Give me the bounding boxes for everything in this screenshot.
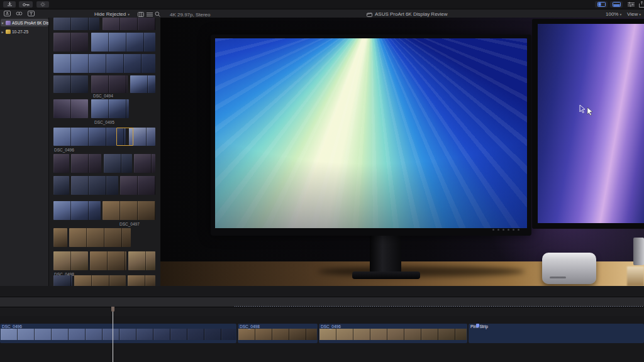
key-icon — [23, 3, 30, 7]
timeline-ruler[interactable]: 00:05:34:0000:05:36:0000:05:38:0000:05:4… — [0, 307, 644, 316]
clapperboard-icon — [367, 12, 372, 17]
final-cut-pro-window: Hide Rejected ▾ 4K 29.97p, Stereo ASUS P… — [0, 0, 644, 362]
clip-marker[interactable] — [476, 324, 479, 327]
browser-clip-thumb[interactable] — [53, 176, 69, 195]
clip-name-label: DSC_0498 — [240, 324, 260, 329]
photos-audio-tab-icon[interactable] — [16, 11, 23, 16]
event-name: 10-27-25 — [12, 30, 28, 34]
browser-clip-thumb[interactable] — [53, 228, 67, 247]
disclosure-right-icon[interactable]: ▸ — [1, 30, 4, 34]
browser-clip-thumb[interactable] — [104, 154, 132, 173]
filter-label: Hide Rejected — [94, 11, 126, 17]
monitor-shadow — [318, 266, 525, 277]
background-tasks-button[interactable] — [36, 1, 49, 8]
timeline-pane-icon — [613, 2, 621, 7]
libraries-sidebar: ▾ ASUS ProArt 6K Display ▸ 10-27-25 — [0, 18, 49, 286]
browser-clip-thumb[interactable] — [103, 201, 155, 220]
lit-desk-object — [627, 266, 644, 286]
sidebar-item-library[interactable]: ▾ ASUS ProArt 6K Display — [1, 19, 48, 26]
cursor-arrow-icon — [579, 104, 586, 113]
library-icon — [6, 21, 11, 25]
clip-name-label: DSC_0496 — [321, 324, 341, 329]
selection-dashed-line — [235, 306, 644, 307]
browser-clip-thumb[interactable] — [53, 251, 88, 270]
browser-clip-thumb[interactable] — [90, 251, 126, 270]
keyword-editor-button[interactable] — [19, 1, 33, 8]
filter-popup[interactable]: Hide Rejected ▾ — [94, 11, 130, 17]
main-monitor — [211, 35, 531, 236]
search-icon[interactable] — [155, 11, 160, 17]
sidebar-tabs — [4, 11, 35, 16]
browser-clip-thumb[interactable] — [91, 99, 129, 118]
clip-filmstrip — [1, 329, 236, 340]
top-toolbar — [0, 0, 644, 9]
silver-object — [633, 238, 644, 265]
project-format-info: 4K 29.97p, Stereo — [170, 12, 211, 18]
browser-clip-thumb[interactable] — [91, 75, 128, 93]
browser-clip-thumb[interactable] — [91, 33, 155, 52]
browser-clip-thumb[interactable] — [134, 154, 155, 173]
panel-header-bar: Hide Rejected ▾ 4K 29.97p, Stereo ASUS P… — [0, 9, 644, 18]
clip-filmstrip — [238, 329, 317, 340]
disclosure-down-icon[interactable]: ▾ — [1, 21, 4, 25]
import-media-button[interactable] — [3, 1, 16, 8]
timeline-clip[interactable]: Pink Strip — [469, 324, 644, 343]
browser-pane-icon — [597, 2, 606, 7]
chevron-down-icon: ▾ — [619, 13, 621, 16]
browser-clip-thumb[interactable] — [71, 176, 118, 195]
browser-clip-thumb[interactable] — [53, 201, 101, 220]
browser-clip-thumb[interactable] — [128, 251, 155, 270]
monitor-stand-base — [352, 272, 420, 279]
browser-clip-thumb[interactable] — [69, 228, 131, 247]
timeline-toolbar: Index ▾ ▾ ‹ ASUS ProArt 6K Display Revie… — [0, 297, 644, 307]
video-frame — [160, 18, 644, 286]
monitor-buttons — [492, 229, 525, 231]
share-icon — [639, 1, 644, 8]
browser-selection-frame[interactable] — [116, 128, 133, 146]
event-icon — [6, 30, 11, 34]
timeline-toggle-button[interactable] — [610, 1, 623, 8]
browser-clip-thumb[interactable] — [53, 33, 88, 52]
browser-clip-thumb[interactable] — [53, 128, 126, 146]
viewer-title-group: ASUS ProArt 6K Display Review — [367, 11, 448, 17]
browser-clip-thumb[interactable] — [71, 154, 101, 173]
second-monitor-screen — [538, 24, 644, 223]
view-label: View — [627, 11, 638, 17]
browser-clip-thumb[interactable] — [53, 99, 88, 118]
browser-clip-thumb[interactable] — [130, 75, 155, 93]
inspector-sliders-icon — [628, 2, 635, 7]
share-button[interactable] — [637, 1, 644, 8]
browser-clip-thumb[interactable] — [103, 18, 155, 30]
chevron-down-icon: ▾ — [639, 13, 641, 16]
titles-generators-tab-icon[interactable] — [28, 11, 35, 16]
browser-clip-thumb[interactable] — [53, 154, 69, 173]
sidebar-item-event[interactable]: ▸ 10-27-25 — [1, 28, 48, 35]
clip-filmstrip — [319, 329, 467, 340]
browser-clip-thumb[interactable] — [53, 18, 99, 30]
list-view-icon[interactable] — [147, 12, 153, 17]
view-popup[interactable]: View ▾ — [627, 11, 641, 17]
browser-clip-thumb[interactable] — [53, 75, 88, 93]
playhead-handle[interactable] — [111, 307, 114, 312]
browser-clip-thumb[interactable] — [53, 54, 155, 73]
import-icon — [7, 2, 13, 7]
libraries-tab-icon[interactable] — [4, 11, 11, 16]
second-monitor — [532, 19, 644, 229]
timeline-clip[interactable]: DSC_0496 — [319, 324, 467, 343]
chevron-down-icon: ▾ — [128, 13, 130, 16]
main-monitor-screen — [215, 38, 527, 228]
clip-name-label: DSC_0496 — [2, 324, 22, 329]
filmstrip-view-icon[interactable] — [138, 12, 144, 17]
mac-studio — [542, 253, 596, 284]
viewer-title: ASUS ProArt 6K Display Review — [375, 11, 448, 17]
timeline-clip[interactable]: DSC_0496 — [0, 324, 236, 343]
browser-clip-thumb[interactable] — [120, 176, 155, 195]
library-name: ASUS ProArt 6K Display — [12, 21, 48, 25]
cursor-arrow-icon — [587, 107, 594, 116]
browser-toggle-button[interactable] — [595, 1, 608, 8]
inspector-toggle-button[interactable] — [625, 1, 636, 8]
playhead[interactable] — [113, 307, 113, 362]
timeline-clip[interactable]: DSC_0498 — [238, 324, 318, 343]
zoom-popup[interactable]: 100% ▾ — [606, 11, 621, 17]
gear-icon — [40, 2, 45, 7]
